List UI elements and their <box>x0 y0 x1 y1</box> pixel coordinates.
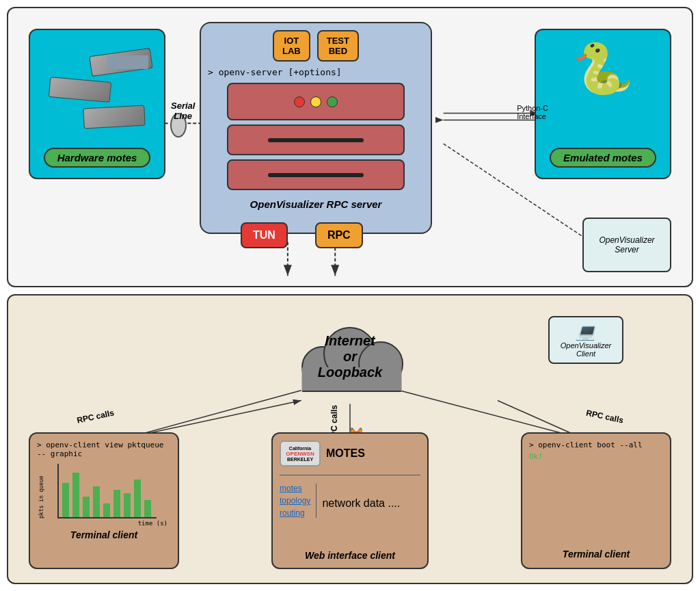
server-panel-3 <box>227 159 405 190</box>
ov-client-box: 💻 OpenVisualizer Client <box>548 316 623 364</box>
rpc-calls-right: RPC calls <box>585 408 624 425</box>
nav-motes[interactable]: motes <box>280 484 310 493</box>
iot-lab-badge: IOT LAB <box>273 30 310 62</box>
motes-title: MOTES <box>326 447 365 460</box>
tun-rpc-row: TUN RPC <box>241 222 363 248</box>
x-axis-label: time (s) <box>57 520 171 527</box>
server-command: > openv-server [+options] <box>208 67 342 77</box>
tl-yellow <box>310 96 321 107</box>
rpc-calls-left: RPC calls <box>76 408 115 425</box>
ov-server-box: OpenVisualizer Server <box>582 218 671 272</box>
top-section: Hardware motes Serial Line IOT LAB TEST … <box>7 7 693 287</box>
rpc-server-title: OpenVisualizer RPC server <box>250 198 382 210</box>
web-divider <box>280 475 420 475</box>
y-axis-label: pkts in queue <box>38 464 44 518</box>
emulated-motes-label: Emulated motes <box>550 148 656 168</box>
ok-text: Ok! <box>529 452 663 461</box>
test-bed-badge: TEST BED <box>317 30 359 62</box>
nav-routing[interactable]: routing <box>280 508 310 518</box>
server-panel-1 <box>227 83 405 120</box>
terminal-left-label: Terminal client <box>37 529 171 540</box>
serial-line-label: Serial Line <box>171 101 195 121</box>
tl-green <box>327 96 338 107</box>
web-interface-box: California OPENWSN BERKELEY MOTES motes … <box>271 432 429 569</box>
web-content-area: network data .... <box>316 484 420 518</box>
hardware-motes-box: Hardware motes <box>29 29 165 179</box>
terminal-right-label: Terminal client <box>522 549 670 560</box>
svg-rect-21 <box>302 367 401 391</box>
python-c-label: Python-C Interface <box>517 104 548 120</box>
nav-topology[interactable]: topology <box>280 496 310 505</box>
terminal-left: > openv-client view pktqueue -- graphic … <box>29 432 179 569</box>
network-data-text: network data .... <box>322 497 400 509</box>
web-nav: motes topology routing <box>280 484 310 518</box>
server-panel-2 <box>227 124 405 155</box>
tl-red <box>294 96 305 107</box>
emulated-motes-box: 🐍 Emulated motes <box>535 29 671 179</box>
terminal-right: > openv-client boot --all Ok! Terminal c… <box>521 432 671 569</box>
openwsn-badge: California OPENWSN BERKELEY <box>280 441 321 467</box>
tun-badge: TUN <box>241 222 288 248</box>
hardware-motes-label: Hardware motes <box>44 148 151 168</box>
cloud-icon <box>282 316 418 398</box>
panel-bar-2 <box>268 173 364 177</box>
web-client-label: Web interface client <box>280 550 420 561</box>
bottom-section: Internet or Loopback 💻 OpenVisualizer Cl… <box>7 294 693 584</box>
panel-bar <box>268 138 364 142</box>
rpc-badge: RPC <box>315 222 363 248</box>
rpc-server-box: IOT LAB TEST BED > openv-server [+option… <box>200 22 432 234</box>
